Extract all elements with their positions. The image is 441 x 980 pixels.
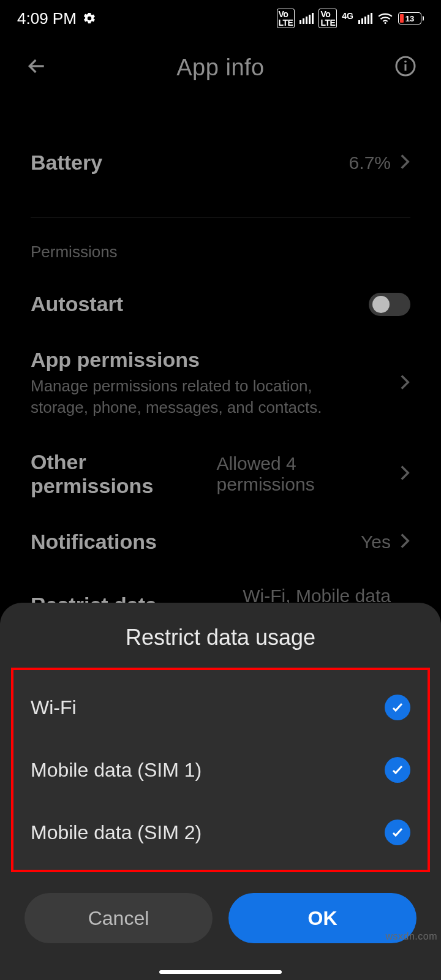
- svg-point-0: [384, 22, 386, 24]
- check-icon: [390, 700, 405, 715]
- ok-button-label: OK: [308, 907, 337, 930]
- row-autostart[interactable]: Autostart: [31, 276, 410, 332]
- row-battery[interactable]: Battery 6.7%: [31, 135, 410, 190]
- row-app-permissions[interactable]: App permissions Manage permissions relat…: [31, 332, 410, 434]
- checkbox-sim2[interactable]: [385, 820, 410, 845]
- cancel-button[interactable]: Cancel: [24, 893, 213, 943]
- app-header: App info: [0, 43, 441, 92]
- row-battery-value: 6.7%: [349, 153, 391, 173]
- row-other-permissions[interactable]: Other permissions Allowed 4 permissions: [31, 434, 410, 514]
- row-notifications-value: Yes: [361, 532, 391, 552]
- volte-badge-2-icon: VoLTE: [318, 9, 337, 28]
- chevron-right-icon: [399, 374, 410, 393]
- section-permissions-label: Permissions: [31, 243, 410, 262]
- option-wifi[interactable]: Wi-Fi: [13, 676, 428, 739]
- chevron-right-icon: [399, 153, 410, 173]
- volte-badge-1-icon: VoLTE: [277, 9, 295, 28]
- info-button[interactable]: [394, 55, 417, 80]
- network-type: 4G: [342, 12, 353, 20]
- page-title: App info: [176, 55, 264, 81]
- wifi-icon: [377, 12, 393, 24]
- option-sim2-label: Mobile data (SIM 2): [31, 821, 202, 844]
- divider: [31, 217, 410, 218]
- home-indicator[interactable]: [159, 970, 282, 974]
- row-app-permissions-title: App permissions: [31, 348, 374, 372]
- row-app-permissions-sub: Manage permissions related to location, …: [31, 375, 374, 418]
- option-sim1[interactable]: Mobile data (SIM 1): [13, 739, 428, 801]
- watermark: wsxdn.com: [385, 931, 437, 942]
- checkbox-sim1[interactable]: [385, 757, 410, 783]
- chevron-right-icon: [399, 464, 410, 484]
- svg-point-3: [404, 61, 407, 63]
- battery-icon: 13: [398, 12, 424, 24]
- gear-icon: [83, 12, 96, 25]
- sheet-actions: Cancel OK: [0, 872, 441, 980]
- row-notifications[interactable]: Notifications Yes: [31, 514, 410, 570]
- chevron-right-icon: [399, 532, 410, 552]
- autostart-toggle[interactable]: [369, 293, 410, 316]
- option-sim2[interactable]: Mobile data (SIM 2): [13, 801, 428, 864]
- sheet-title: Restrict data usage: [0, 625, 441, 650]
- battery-percent: 13: [405, 14, 414, 23]
- checkbox-wifi[interactable]: [385, 695, 410, 720]
- check-icon: [390, 763, 405, 777]
- info-icon: [394, 55, 417, 77]
- row-notifications-title: Notifications: [31, 530, 157, 554]
- toggle-knob: [372, 296, 390, 313]
- restrict-data-sheet: Restrict data usage Wi-Fi Mobile data (S…: [0, 603, 441, 980]
- row-battery-title: Battery: [31, 151, 102, 175]
- cancel-button-label: Cancel: [88, 907, 149, 930]
- option-sim1-label: Mobile data (SIM 1): [31, 759, 202, 782]
- option-wifi-label: Wi-Fi: [31, 696, 77, 719]
- highlighted-options: Wi-Fi Mobile data (SIM 1) Mobile data (S…: [11, 668, 430, 872]
- status-left: 4:09 PM: [17, 9, 96, 28]
- signal-1-icon: [300, 13, 314, 24]
- row-autostart-title: Autostart: [31, 292, 123, 316]
- status-bar: 4:09 PM VoLTE VoLTE 4G 13: [0, 0, 441, 37]
- row-other-permissions-value: Allowed 4 permissions: [217, 453, 391, 495]
- signal-2-icon: [358, 13, 372, 24]
- status-right: VoLTE VoLTE 4G 13: [277, 9, 424, 28]
- check-icon: [390, 825, 405, 840]
- arrow-left-icon: [24, 54, 49, 78]
- status-time: 4:09 PM: [17, 9, 77, 28]
- row-other-permissions-title: Other permissions: [31, 450, 207, 498]
- back-button[interactable]: [24, 54, 49, 81]
